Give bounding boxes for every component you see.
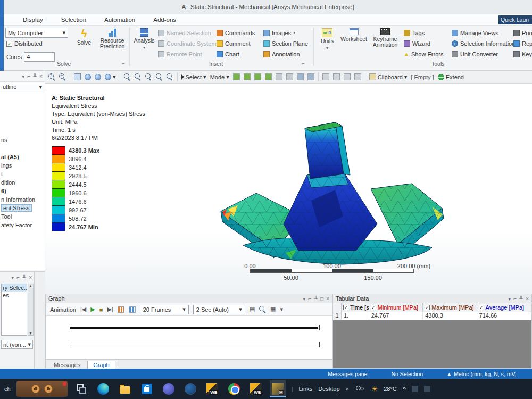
- time-slider-bar[interactable]: [69, 342, 320, 347]
- tray-chevron-icon[interactable]: ^: [403, 386, 406, 392]
- maximize-icon[interactable]: □: [320, 296, 323, 302]
- solve-dialog-launcher-icon[interactable]: ⌐: [122, 61, 125, 66]
- outline-tree-item[interactable]: afety Factor: [0, 221, 45, 229]
- mode-dropdown[interactable]: Mode ▾: [210, 73, 229, 80]
- tabular-column-header[interactable]: ✓Maximum [MPa]: [423, 303, 477, 312]
- menu-addons[interactable]: Add-ons: [153, 16, 176, 23]
- clipboard-dropdown[interactable]: Clipboard ▾: [369, 73, 408, 80]
- mechanical-app-button[interactable]: M: [270, 380, 286, 397]
- workbench-app-button[interactable]: WB: [204, 380, 220, 397]
- zoom-fit-icon[interactable]: [124, 73, 131, 80]
- menu-automation[interactable]: Automation: [104, 16, 135, 23]
- chevron-down-icon[interactable]: ▾: [303, 296, 305, 302]
- outline-tree-item[interactable]: ns: [0, 136, 45, 144]
- resource-prediction-button[interactable]: Resource Prediction: [97, 27, 127, 60]
- zoom-prev-icon[interactable]: [145, 73, 152, 80]
- column-checkbox[interactable]: ✓: [371, 305, 376, 310]
- ruler-toggle-icon[interactable]: [354, 73, 361, 80]
- go-to-start-button[interactable]: |◀: [80, 306, 86, 313]
- tabular-column-header[interactable]: ✓Time [s]: [342, 303, 369, 312]
- model-viewport[interactable]: A: Static Structural Equivalent Stress T…: [45, 84, 532, 294]
- zoom-box-icon[interactable]: [135, 73, 142, 80]
- scroll-up-icon[interactable]: ▲: [29, 284, 32, 288]
- people-icon[interactable]: [355, 386, 365, 392]
- ribbon-item-unit-converter[interactable]: Unit Converter: [452, 50, 515, 58]
- duration-select[interactable]: 2 Sec (Auto) ▾: [193, 305, 245, 314]
- body-filter-icon[interactable]: [265, 73, 272, 80]
- outline-tree-item[interactable]: [0, 144, 45, 153]
- insert-dialog-launcher-icon[interactable]: ⌐: [302, 61, 305, 66]
- zoom-in-icon[interactable]: +: [48, 73, 55, 80]
- orbit-icon[interactable]: [85, 74, 91, 80]
- desktop-toolbar[interactable]: Desktop: [318, 386, 339, 392]
- stop-button[interactable]: ■: [99, 306, 103, 313]
- details-list-item[interactable]: es: [2, 292, 27, 299]
- outline-tree-item[interactable]: ent Stress: [0, 204, 45, 212]
- analysis-button[interactable]: Analysis ▾: [132, 27, 156, 60]
- outline-tree-item[interactable]: t: [0, 170, 45, 178]
- scroll-down-icon[interactable]: ▼: [29, 331, 32, 335]
- go-to-end-button[interactable]: ▶|: [107, 306, 113, 313]
- ribbon-item-wizard[interactable]: Wizard: [404, 39, 443, 47]
- ribbon-item-print[interactable]: Print P: [513, 29, 532, 37]
- outline-tree-item[interactable]: Tool: [0, 212, 45, 221]
- worksheet-button[interactable]: Worksheet: [340, 27, 368, 60]
- keyframe-animation-button[interactable]: Keyframe Animation: [370, 27, 401, 60]
- chevron-down-icon[interactable]: ▾: [22, 73, 24, 79]
- details-dropdown[interactable]: nt (von... ▾: [1, 340, 33, 349]
- cores-input[interactable]: 4: [24, 52, 55, 62]
- animation-timeline-bar[interactable]: [69, 325, 320, 330]
- status-messages-pane[interactable]: Messages pane: [328, 371, 367, 377]
- ribbon-item-key-assignments[interactable]: Key As: [513, 50, 532, 58]
- outline-tree-item[interactable]: ings: [0, 161, 45, 170]
- close-icon[interactable]: ×: [526, 296, 529, 302]
- distributed-checkbox[interactable]: ✓: [6, 41, 12, 47]
- ribbon-item-report[interactable]: Repor: [513, 39, 532, 47]
- tabular-column-header[interactable]: ✓Average [MPa]: [477, 303, 531, 312]
- outline-tree-item[interactable]: 6): [0, 187, 45, 195]
- app-button[interactable]: [182, 380, 198, 397]
- ribbon-item-section-plane[interactable]: Section Plane: [263, 39, 308, 47]
- rotate-dropdown[interactable]: ▾: [105, 73, 116, 80]
- pan-icon[interactable]: [95, 74, 101, 80]
- file-explorer-button[interactable]: [117, 380, 133, 397]
- outline-tree-item[interactable]: al (A5): [0, 153, 45, 161]
- menu-selection[interactable]: Selection: [61, 16, 86, 23]
- ribbon-item-annotation[interactable]: Annotation: [263, 50, 308, 58]
- weather-temperature[interactable]: 28°C: [384, 386, 397, 392]
- task-view-button[interactable]: [73, 380, 89, 397]
- ribbon-item-tags[interactable]: Tags: [404, 29, 443, 37]
- details-scrollbar[interactable]: ▲ ▼: [28, 284, 34, 336]
- select-dropdown[interactable]: Select ▾: [181, 73, 206, 80]
- update-chart-icon[interactable]: [129, 306, 136, 313]
- outline-tree-item[interactable]: dition: [0, 178, 45, 187]
- distributed-checkbox-row[interactable]: ✓ Distributed: [6, 40, 43, 47]
- links-toolbar[interactable]: Links: [298, 386, 312, 392]
- pin-icon[interactable]: ╨: [314, 296, 318, 302]
- iso-view-icon[interactable]: [74, 73, 81, 80]
- tray-icon[interactable]: [412, 386, 418, 392]
- zoom-next-icon[interactable]: [156, 73, 163, 80]
- edge-filter-icon[interactable]: [244, 73, 251, 80]
- show-vertices-icon[interactable]: [344, 73, 351, 80]
- export-video-icon[interactable]: ▤: [250, 306, 255, 313]
- ribbon-item-images[interactable]: Images ▾: [263, 29, 308, 37]
- tabular-data-row[interactable]: 1 1.24.7674380.3714.66: [333, 312, 531, 320]
- float-icon[interactable]: ⌐: [16, 275, 20, 280]
- extend-selection-icon[interactable]: [297, 73, 304, 80]
- float-icon[interactable]: ⌐: [308, 296, 311, 302]
- wireframe-icon[interactable]: [322, 73, 329, 80]
- convert-selection-icon[interactable]: [307, 73, 314, 80]
- tabular-cell[interactable]: 1.: [342, 312, 369, 320]
- ribbon-item-manage-views[interactable]: Manage Views: [452, 29, 515, 37]
- chevron-down-icon[interactable]: ▾: [39, 84, 42, 90]
- edge-app-button[interactable]: [95, 380, 111, 397]
- tab-messages[interactable]: Messages: [48, 361, 86, 369]
- taskbar-search-fragment[interactable]: ch: [4, 386, 11, 392]
- status-units[interactable]: ▲ Metric (mm, kg, N, s, mV,: [447, 371, 532, 377]
- workbench2-app-button[interactable]: WB: [248, 380, 264, 397]
- ribbon-item-commands[interactable]: Commands: [217, 29, 255, 37]
- result-chart-icon[interactable]: [118, 306, 124, 313]
- grid-icon[interactable]: ▦: [270, 306, 276, 313]
- ribbon-item-coordinate-system[interactable]: Coordinate System: [158, 39, 217, 47]
